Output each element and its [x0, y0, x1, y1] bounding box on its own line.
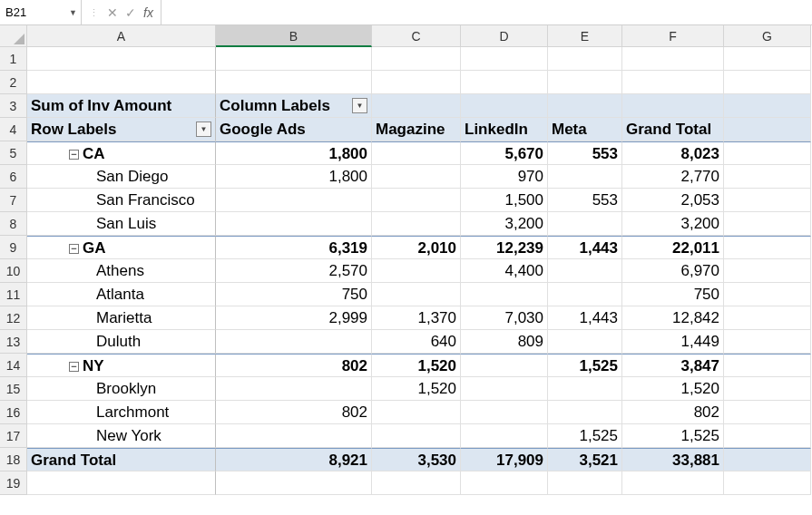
cell-value[interactable] [461, 424, 548, 448]
cell-value[interactable]: 1,525 [622, 424, 724, 448]
cell-value[interactable]: 1,500 [461, 189, 548, 212]
cell-value[interactable] [372, 424, 461, 448]
cell-value[interactable]: 970 [461, 165, 548, 189]
cell[interactable] [724, 354, 811, 377]
cell-value[interactable]: 802 [216, 401, 372, 424]
row-athens[interactable]: Athens [27, 259, 216, 283]
row-header-19[interactable]: 19 [0, 471, 27, 495]
spreadsheet-grid[interactable]: ABCDEFG123Sum of Inv AmountColumn Labels… [0, 25, 812, 495]
cell-value[interactable] [461, 377, 548, 401]
cell-value[interactable]: 2,570 [216, 259, 372, 283]
row-marietta[interactable]: Marietta [27, 306, 216, 330]
group-total[interactable]: 3,847 [622, 354, 724, 377]
collapse-icon[interactable]: − [69, 150, 79, 160]
cell-value[interactable] [372, 259, 461, 283]
row-san-francisco[interactable]: San Francisco [27, 189, 216, 212]
name-box[interactable]: B21 ▼ [0, 0, 82, 24]
group-total[interactable] [372, 141, 461, 165]
cell[interactable] [724, 236, 811, 259]
row-header-2[interactable]: 2 [0, 71, 27, 94]
cell-value[interactable] [372, 165, 461, 189]
row-larchmont[interactable]: Larchmont [27, 401, 216, 424]
cell-value[interactable]: 12,842 [622, 306, 724, 330]
group-total[interactable]: 1,443 [548, 236, 622, 259]
cell[interactable] [724, 283, 811, 306]
col-header-E[interactable]: E [548, 25, 622, 47]
col-header-B[interactable]: B [216, 25, 372, 47]
cell-value[interactable] [216, 189, 372, 212]
row-header-4[interactable]: 4 [0, 118, 27, 141]
row-header-15[interactable]: 15 [0, 377, 27, 401]
group-GA[interactable]: −GA [27, 236, 216, 259]
column-labels-dropdown[interactable]: ▼ [352, 98, 367, 113]
cell[interactable] [724, 448, 811, 471]
col-header-F[interactable]: F [622, 25, 724, 47]
cell-value[interactable]: 6,970 [622, 259, 724, 283]
cell[interactable] [622, 471, 724, 495]
cell-value[interactable] [216, 424, 372, 448]
grand-total-value[interactable]: 33,881 [622, 448, 724, 471]
row-header-5[interactable]: 5 [0, 141, 27, 165]
cell[interactable] [372, 47, 461, 71]
chevron-down-icon[interactable]: ▼ [69, 8, 77, 17]
grand-total-value[interactable]: 3,521 [548, 448, 622, 471]
cell-value[interactable] [216, 330, 372, 354]
grand-total-label[interactable]: Grand Total [27, 448, 216, 471]
cell-value[interactable] [372, 283, 461, 306]
cell[interactable] [27, 471, 216, 495]
group-total[interactable]: 802 [216, 354, 372, 377]
collapse-icon[interactable]: − [69, 362, 79, 372]
group-total[interactable]: 1,800 [216, 141, 372, 165]
pivot-column-labels[interactable]: Column Labels▼ [216, 94, 372, 118]
cell-value[interactable] [372, 189, 461, 212]
enter-icon[interactable]: ✓ [125, 5, 136, 20]
cell[interactable] [622, 71, 724, 94]
group-total[interactable]: 6,319 [216, 236, 372, 259]
row-header-11[interactable]: 11 [0, 283, 27, 306]
cell-value[interactable]: 553 [548, 189, 622, 212]
cell[interactable] [216, 71, 372, 94]
row-header-18[interactable]: 18 [0, 448, 27, 471]
cell[interactable] [548, 47, 622, 71]
cell[interactable] [372, 471, 461, 495]
cell-value[interactable] [372, 212, 461, 236]
group-total[interactable]: 553 [548, 141, 622, 165]
cell-value[interactable] [548, 330, 622, 354]
cell-value[interactable] [372, 401, 461, 424]
grand-total-value[interactable]: 17,909 [461, 448, 548, 471]
cell-value[interactable]: 2,053 [622, 189, 724, 212]
cell-value[interactable] [548, 401, 622, 424]
pivot-col-google-ads[interactable]: Google Ads [216, 118, 372, 141]
group-total[interactable]: 1,520 [372, 354, 461, 377]
cell[interactable] [724, 471, 811, 495]
cell[interactable] [724, 47, 811, 71]
cell[interactable] [27, 71, 216, 94]
cell[interactable] [724, 165, 811, 189]
group-total[interactable]: 5,670 [461, 141, 548, 165]
cell[interactable] [216, 47, 372, 71]
cell-value[interactable] [548, 259, 622, 283]
cell[interactable] [461, 47, 548, 71]
cell[interactable] [724, 118, 811, 141]
pivot-col-linkedin[interactable]: LinkedIn [461, 118, 548, 141]
fx-icon[interactable]: fx [143, 5, 153, 20]
cell-value[interactable]: 802 [622, 401, 724, 424]
row-header-10[interactable]: 10 [0, 259, 27, 283]
cell[interactable] [724, 401, 811, 424]
row-brooklyn[interactable]: Brooklyn [27, 377, 216, 401]
cell-value[interactable]: 1,520 [372, 377, 461, 401]
row-header-6[interactable]: 6 [0, 165, 27, 189]
row-san-diego[interactable]: San Diego [27, 165, 216, 189]
cell-value[interactable] [461, 283, 548, 306]
cell-value[interactable]: 1,449 [622, 330, 724, 354]
cell-value[interactable]: 2,999 [216, 306, 372, 330]
row-header-8[interactable]: 8 [0, 212, 27, 236]
group-total[interactable] [461, 354, 548, 377]
row-labels-dropdown[interactable]: ▼ [196, 121, 211, 137]
pivot-row-labels[interactable]: Row Labels▼ [27, 118, 216, 141]
cell-value[interactable]: 1,800 [216, 165, 372, 189]
col-header-D[interactable]: D [461, 25, 548, 47]
cell-value[interactable]: 7,030 [461, 306, 548, 330]
pivot-col-magazine[interactable]: Magazine [372, 118, 461, 141]
row-header-16[interactable]: 16 [0, 401, 27, 424]
